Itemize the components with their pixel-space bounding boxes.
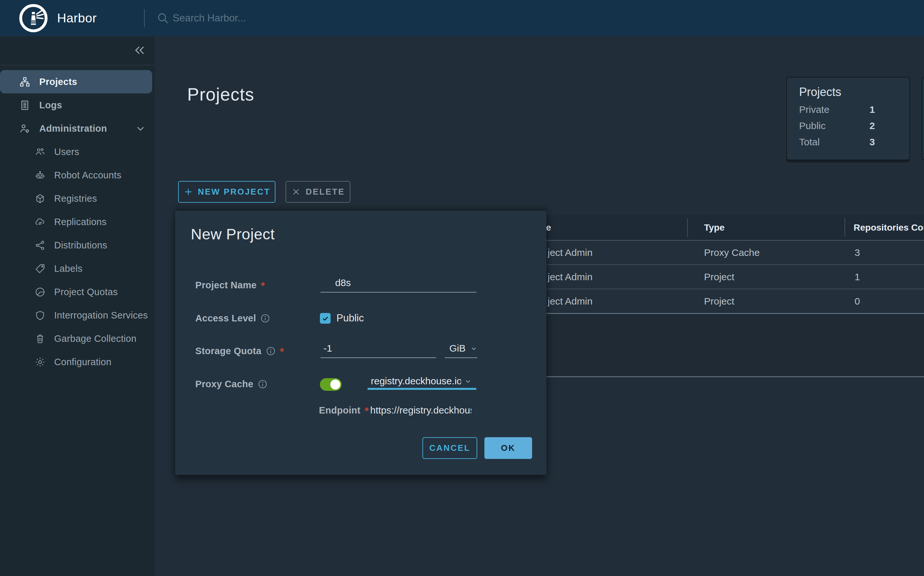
table-row[interactable]: ject Admin Project 0	[519, 289, 924, 314]
harbor-app: Harbor Projects	[0, 0, 924, 576]
required-marker: *	[365, 408, 369, 414]
summary-value: 1	[870, 104, 875, 115]
storage-unit-select[interactable]: GiB	[445, 339, 477, 358]
label-text: Project Name	[195, 280, 257, 291]
endpoint-label: Endpoint *	[319, 405, 369, 416]
toggle-knob	[330, 379, 340, 389]
column-header-repositories-count[interactable]: Repositories Count	[854, 222, 924, 233]
projects-summary-card: Projects Private 1 Public 2 Total 3	[786, 77, 910, 160]
sidebar-item-logs[interactable]: Logs	[0, 93, 155, 117]
sidebar-header	[0, 36, 155, 66]
summary-row-private: Private 1	[799, 104, 910, 115]
collapse-sidebar-icon[interactable]	[133, 43, 146, 57]
topbar-divider	[144, 9, 145, 27]
storage-quota-input[interactable]	[320, 339, 436, 358]
cell-member-role: ject Admin	[548, 272, 593, 283]
proxy-registry-underline	[368, 388, 476, 390]
tag-icon	[34, 263, 46, 274]
cell-repositories-count: 3	[855, 247, 860, 258]
new-project-button[interactable]: NEW PROJECT	[178, 181, 275, 203]
cell-repositories-count: 0	[855, 296, 860, 307]
ok-button[interactable]: OK	[484, 437, 532, 459]
storage-unit-value: GiB	[449, 343, 466, 354]
sidebar-item-replications[interactable]: Replications	[0, 210, 155, 234]
chevron-down-icon	[464, 377, 472, 386]
info-icon[interactable]	[258, 379, 267, 389]
adjacent-card-edge	[922, 77, 924, 160]
sidebar-item-label: Projects	[39, 77, 77, 87]
sidebar-item-registries[interactable]: Registries	[0, 187, 155, 210]
cancel-button[interactable]: CANCEL	[423, 437, 477, 459]
label-text: Storage Quota	[195, 346, 261, 357]
endpoint-value: https://registry.deckhous	[370, 405, 471, 416]
chevron-down-icon[interactable]	[135, 123, 146, 134]
cell-member-role: ject Admin	[548, 296, 593, 307]
sidebar-item-label: Replications	[54, 217, 107, 227]
summary-label: Private	[799, 104, 870, 115]
sidebar-item-configuration[interactable]: Configuration	[0, 350, 155, 374]
modal-title: New Project	[191, 225, 275, 243]
sidebar-item-label: Administration	[39, 123, 107, 134]
summary-value: 2	[870, 120, 875, 131]
project-name-label: Project Name *	[195, 280, 265, 291]
delete-button[interactable]: DELETE	[285, 181, 351, 203]
projects-icon	[19, 76, 31, 88]
logs-icon	[19, 99, 31, 111]
access-level-label: Access Level	[195, 313, 270, 324]
users-icon	[34, 146, 46, 158]
trash-icon	[34, 333, 46, 344]
sidebar-item-label: Labels	[54, 263, 82, 274]
new-project-modal: New Project Project Name * Access Level …	[175, 211, 546, 475]
required-marker: *	[261, 283, 265, 289]
cube-icon	[34, 193, 46, 204]
storage-quota-label: Storage Quota *	[195, 346, 284, 357]
sidebar-item-label: Robot Accounts	[54, 170, 121, 181]
sidebar-item-distributions[interactable]: Distributions	[0, 234, 155, 257]
proxy-registry-select[interactable]: registry.deckhouse.io-	[368, 374, 476, 388]
share-icon	[34, 240, 46, 251]
shield-icon	[34, 310, 46, 321]
cell-type: Project	[704, 272, 734, 283]
column-divider	[687, 218, 688, 237]
summary-card-title: Projects	[799, 85, 910, 99]
sidebar-nav: Projects Logs Administration	[0, 66, 155, 374]
global-search	[156, 12, 381, 25]
sidebar-item-administration[interactable]: Administration	[0, 117, 155, 140]
sidebar-item-projects[interactable]: Projects	[0, 70, 152, 93]
label-text: Access Level	[195, 313, 256, 324]
delete-label: DELETE	[306, 187, 345, 197]
sidebar-item-label: Registries	[54, 193, 97, 204]
search-icon	[156, 12, 169, 25]
info-icon[interactable]	[260, 313, 270, 323]
table-row[interactable]: ject Admin Project 1	[519, 265, 924, 289]
sidebar-item-interrogation-services[interactable]: Interrogation Services	[0, 304, 155, 327]
table-row[interactable]: ject Admin Proxy Cache 3	[519, 241, 924, 265]
project-name-input[interactable]	[320, 274, 476, 293]
sidebar-item-users[interactable]: Users	[0, 140, 155, 163]
sidebar-item-label: Configuration	[54, 357, 111, 368]
chevron-down-icon	[469, 344, 478, 353]
pie-icon	[34, 286, 46, 298]
proxy-cache-toggle[interactable]	[320, 378, 342, 391]
public-checkbox[interactable]	[320, 313, 331, 324]
search-input[interactable]	[172, 12, 381, 24]
sidebar-item-robot-accounts[interactable]: Robot Accounts	[0, 163, 155, 187]
harbor-logo-icon	[18, 3, 49, 34]
ok-label: OK	[501, 443, 516, 453]
sidebar-item-project-quotas[interactable]: Project Quotas	[0, 280, 155, 304]
brand-title: Harbor	[57, 11, 97, 25]
robot-icon	[34, 170, 46, 181]
sidebar-item-labels[interactable]: Labels	[0, 257, 155, 280]
cell-type: Project	[704, 296, 734, 307]
sidebar-item-label: Distributions	[54, 240, 107, 251]
cell-type: Proxy Cache	[704, 247, 760, 258]
sidebar-item-label: Project Quotas	[54, 287, 118, 298]
sidebar-item-garbage-collection[interactable]: Garbage Collection	[0, 327, 155, 350]
summary-label: Public	[799, 120, 870, 131]
info-icon[interactable]	[266, 346, 276, 356]
column-header-type[interactable]: Type	[704, 222, 724, 233]
public-checkbox-label[interactable]: Public	[336, 312, 364, 324]
gear-icon	[34, 357, 46, 368]
page-title: Projects	[187, 84, 255, 105]
sidebar-item-label: Garbage Collection	[54, 333, 136, 344]
